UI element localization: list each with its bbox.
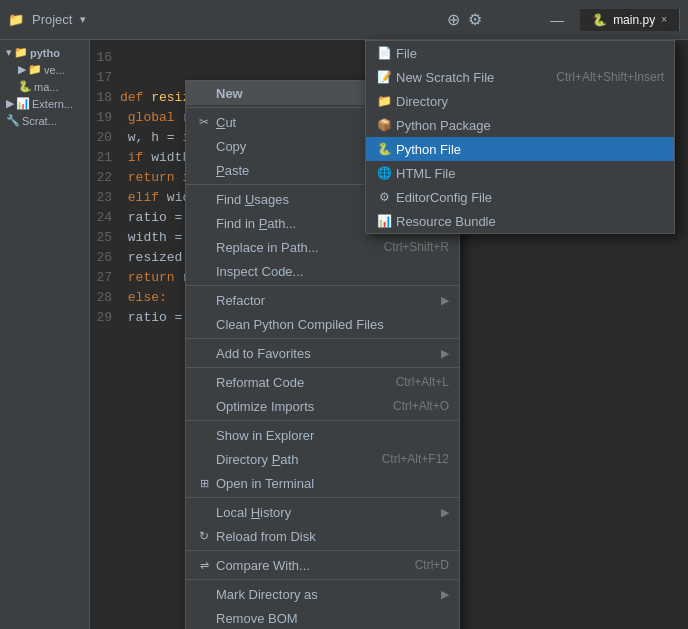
separator-7 [186,497,459,498]
top-bar: 📁 Project ▾ ⊕ ⚙ — 🐍 main.py × [0,0,688,40]
sidebar-item-ve-icon: 📁 [28,63,42,76]
menu-item-local-history[interactable]: Local History ▶ [186,500,459,524]
refactor-arrow-icon: ▶ [441,294,449,307]
sidebar-item-ma-icon: 🐍 [18,80,32,93]
terminal-icon: ⊞ [196,475,212,491]
local-history-arrow-icon: ▶ [441,506,449,519]
submenu-new-scratch-file[interactable]: 📝 New Scratch File Ctrl+Alt+Shift+Insert [366,65,674,89]
sidebar-collapse-icon[interactable]: ▾ [6,46,12,59]
explorer-icon [196,427,212,443]
mark-directory-icon [196,586,212,602]
resource-bundle-icon: 📊 [376,213,392,229]
inspect-code-icon [196,263,212,279]
sidebar-project-label: pytho [30,47,60,59]
find-usages-icon [196,191,212,207]
separator-6 [186,420,459,421]
sidebar-item-ma[interactable]: ma... [34,81,58,93]
separator-9 [186,579,459,580]
favorites-icon [196,345,212,361]
directory-path-icon [196,451,212,467]
clean-icon [196,316,212,332]
submenu-new-directory[interactable]: 📁 Directory [366,89,674,113]
menu-item-remove-bom[interactable]: Remove BOM [186,606,459,629]
mark-directory-arrow-icon: ▶ [441,588,449,601]
project-label[interactable]: Project [32,12,72,27]
menu-item-reload-from-disk[interactable]: ↻ Reload from Disk [186,524,459,548]
submenu-new-file[interactable]: 📄 File [366,41,674,65]
menu-item-reformat-code[interactable]: Reformat Code Ctrl+Alt+L [186,370,459,394]
editorconfig-icon: ⚙ [376,189,392,205]
sidebar-item-ve[interactable]: ve... [44,64,65,76]
separator-5 [186,367,459,368]
cut-icon: ✂ [196,114,212,130]
sidebar-item-scratch-icon: 🔧 [6,114,20,127]
menu-item-open-in-terminal[interactable]: ⊞ Open in Terminal [186,471,459,495]
settings-icon[interactable]: ⚙ [468,10,482,29]
submenu-new-python-file[interactable]: 🐍 Python File [366,137,674,161]
globe-icon[interactable]: ⊕ [447,10,460,29]
sidebar-item-scratch[interactable]: Scrat... [22,115,57,127]
tab-filename: main.py [613,13,655,27]
menu-item-refactor[interactable]: Refactor ▶ [186,288,459,312]
refactor-icon [196,292,212,308]
sidebar-item-ve-arrow[interactable]: ▶ [18,63,26,76]
paste-icon [196,162,212,178]
sidebar-item-extern[interactable]: Extern... [32,98,73,110]
reformat-icon [196,374,212,390]
menu-item-inspect-code[interactable]: Inspect Code... [186,259,459,283]
optimize-icon [196,398,212,414]
sidebar: ▾ 📁 pytho ▶ 📁 ve... 🐍 ma... ▶ 📊 Extern..… [0,40,90,629]
submenu-new-editorconfig-file[interactable]: ⚙ EditorConfig File [366,185,674,209]
compare-icon: ⇌ [196,557,212,573]
python-file-icon: 🐍 [376,141,392,157]
reload-icon: ↻ [196,528,212,544]
separator-3 [186,285,459,286]
sidebar-item-extern-icon: 📊 [16,97,30,110]
file-icon: 📄 [376,45,392,61]
scratch-file-icon: 📝 [376,69,392,85]
sidebar-item-extern-arrow[interactable]: ▶ [6,97,14,110]
local-history-icon [196,504,212,520]
minimize-icon[interactable]: — [550,12,564,28]
submenu-new-html-file[interactable]: 🌐 HTML File [366,161,674,185]
submenu-new-resource-bundle[interactable]: 📊 Resource Bundle [366,209,674,233]
separator-8 [186,550,459,551]
submenu-new-python-package[interactable]: 📦 Python Package [366,113,674,137]
new-icon [196,85,212,101]
menu-item-compare-with[interactable]: ⇌ Compare With... Ctrl+D [186,553,459,577]
separator-4 [186,338,459,339]
main-layout: ▾ 📁 pytho ▶ 📁 ve... 🐍 ma... ▶ 📊 Extern..… [0,40,688,629]
menu-item-add-to-favorites[interactable]: Add to Favorites ▶ [186,341,459,365]
tab-close-button[interactable]: × [661,14,667,25]
menu-item-directory-path[interactable]: Directory Path Ctrl+Alt+F12 [186,447,459,471]
dropdown-icon[interactable]: ▾ [80,13,86,26]
main-tab[interactable]: 🐍 main.py × [580,9,680,31]
favorites-arrow-icon: ▶ [441,347,449,360]
remove-bom-icon [196,610,212,626]
folder-icon: 📁 [376,93,392,109]
replace-in-path-icon [196,239,212,255]
python-package-icon: 📦 [376,117,392,133]
menu-item-show-in-explorer[interactable]: Show in Explorer [186,423,459,447]
copy-icon [196,138,212,154]
code-area: 16 17 18def resize(img, wid 19 global ra… [90,40,688,629]
find-in-path-icon [196,215,212,231]
html-file-icon: 🌐 [376,165,392,181]
project-folder-icon: 📁 [8,12,24,27]
menu-item-clean-compiled[interactable]: Clean Python Compiled Files [186,312,459,336]
menu-item-replace-in-path[interactable]: Replace in Path... Ctrl+Shift+R [186,235,459,259]
menu-item-mark-directory-as[interactable]: Mark Directory as ▶ [186,582,459,606]
sidebar-folder-icon: 📁 [14,46,28,59]
submenu-new: 📄 File 📝 New Scratch File Ctrl+Alt+Shift… [365,40,675,234]
menu-item-optimize-imports[interactable]: Optimize Imports Ctrl+Alt+O [186,394,459,418]
tab-icon: 🐍 [592,13,607,27]
